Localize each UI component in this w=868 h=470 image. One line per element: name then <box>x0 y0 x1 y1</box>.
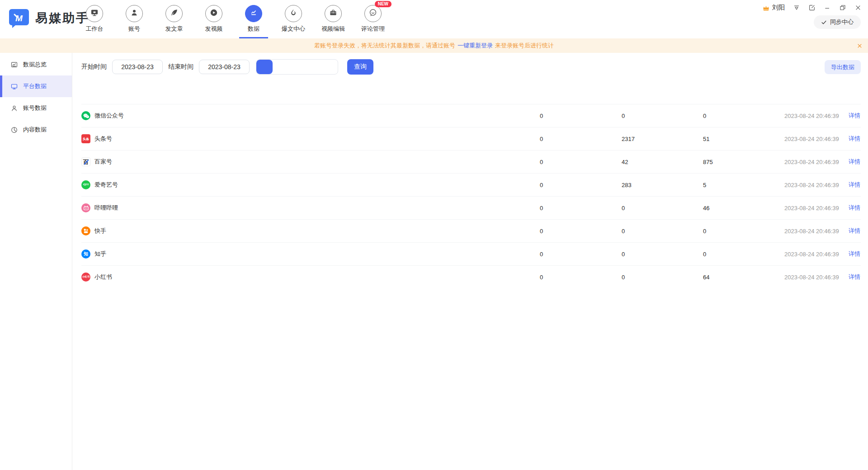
start-time-label: 开始时间 <box>81 63 107 71</box>
income-value: 0 <box>540 205 622 212</box>
detail-link[interactable]: 详情 <box>849 204 860 211</box>
bilibili-icon <box>81 203 90 212</box>
table-row: 知 知乎 0 0 0 2023-08-24 20:46:39 详情 <box>81 242 861 265</box>
feedback-compose-icon[interactable] <box>808 4 816 12</box>
skin-theme-icon[interactable] <box>793 4 800 12</box>
publish-article-icon <box>170 8 179 19</box>
crown-icon <box>762 4 770 12</box>
platform-data-icon <box>10 83 18 90</box>
start-date-input[interactable]: 2023-08-23 <box>112 60 163 74</box>
quick-range-option[interactable] <box>256 60 273 74</box>
platform-name: 百家号 <box>94 158 112 166</box>
reads-value: 64 <box>703 274 784 281</box>
sync-center-button[interactable]: 同步中心 <box>814 15 861 29</box>
nav-item[interactable]: NEW 评论管理 <box>353 0 393 38</box>
minimize-button[interactable] <box>823 4 831 12</box>
nav-item[interactable]: 发视频 <box>194 0 234 38</box>
nav-item-label: 发文章 <box>165 25 183 33</box>
baijiahao-icon: 百 <box>81 157 90 166</box>
nav-item-label: 数据 <box>248 25 259 33</box>
user-account[interactable]: 刘阳 <box>762 4 785 12</box>
nav-item[interactable]: 视频编辑 <box>313 0 353 38</box>
sidebar-item[interactable]: 内容数据 <box>0 119 72 141</box>
export-data-button[interactable]: 导出数据 <box>825 60 861 74</box>
sidebar-item[interactable]: 账号数据 <box>0 97 72 119</box>
banner-text-before: 若账号登录失效，将无法统计其最新数据，请通过账号 <box>314 42 455 50</box>
table-row: 百 百家号 0 42 875 2023-08-24 20:46:39 详情 <box>81 150 861 173</box>
reads-value: 0 <box>703 251 784 258</box>
detail-link[interactable]: 详情 <box>849 181 860 188</box>
nav-item[interactable]: 爆文中心 <box>274 0 313 38</box>
logo-icon: M <box>8 7 30 29</box>
detail-link[interactable]: 详情 <box>849 250 860 257</box>
video-edit-icon <box>329 8 338 19</box>
updated-time: 2023-08-24 20:46:39 <box>784 159 849 165</box>
table-row: 微信公众号 0 0 0 2023-08-24 20:46:39 详情 <box>81 104 861 127</box>
table-row: 快手 0 0 0 2023-08-24 20:46:39 详情 <box>81 219 861 242</box>
nav-item[interactable]: 数据 <box>234 0 274 38</box>
maximize-restore-button[interactable] <box>839 4 846 12</box>
toutiao-icon: 头条 <box>81 134 90 143</box>
sidebar-item-label: 内容数据 <box>23 126 47 134</box>
quick-range-option[interactable] <box>321 60 338 74</box>
sync-center-label: 同步中心 <box>830 18 854 26</box>
recommend-value: 42 <box>622 159 703 165</box>
data-overview-icon <box>10 61 18 69</box>
data-icon <box>249 8 258 19</box>
username: 刘阳 <box>772 4 785 12</box>
account-data-icon <box>10 104 18 112</box>
banner-close-icon[interactable] <box>857 38 863 53</box>
detail-link[interactable]: 详情 <box>849 227 860 234</box>
table-body: 微信公众号 0 0 0 2023-08-24 20:46:39 详情 头条 头条… <box>81 104 861 288</box>
detail-link[interactable]: 详情 <box>849 112 860 119</box>
reads-value: 875 <box>703 159 784 165</box>
recommend-value: 2317 <box>622 136 703 142</box>
quick-range-option[interactable] <box>273 60 289 74</box>
nav-item[interactable]: 账号 <box>114 0 154 38</box>
sidebar-item[interactable]: 数据总览 <box>0 54 72 75</box>
warning-banner: 若账号登录失效，将无法统计其最新数据，请通过账号 一键重新登录 来登录账号后进行… <box>0 38 868 53</box>
income-value: 0 <box>540 274 622 281</box>
updated-time: 2023-08-24 20:46:39 <box>784 113 849 119</box>
nav-item[interactable]: 发文章 <box>154 0 194 38</box>
quick-range-option[interactable] <box>289 60 305 74</box>
xiaohongshu-icon: 小红书 <box>81 273 90 282</box>
platform-name: 爱奇艺号 <box>94 181 118 189</box>
reads-value: 46 <box>703 205 784 212</box>
relogin-link[interactable]: 一键重新登录 <box>458 42 493 50</box>
wechat-mp-icon <box>81 111 90 120</box>
updated-time: 2023-08-24 20:46:39 <box>784 136 849 142</box>
nav-item-label: 账号 <box>128 25 140 33</box>
detail-link[interactable]: 详情 <box>849 273 860 280</box>
svg-text:M: M <box>15 14 23 23</box>
nav-item[interactable]: 工作台 <box>75 0 114 38</box>
detail-link[interactable]: 详情 <box>849 158 860 165</box>
sidebar-item[interactable]: 平台数据 <box>0 75 72 97</box>
reads-value: 5 <box>703 182 784 188</box>
end-date-input[interactable]: 2023-08-23 <box>199 60 250 74</box>
comment-manage-icon <box>368 8 377 19</box>
income-value: 0 <box>540 113 622 119</box>
filter-bar: 开始时间 2023-08-23 结束时间 2023-08-23 查询 <box>81 59 861 75</box>
close-button[interactable] <box>854 4 862 12</box>
detail-link[interactable]: 详情 <box>849 135 860 142</box>
platform-name: 快手 <box>94 227 106 235</box>
app-header: M 易媒助手 工作台 账号 发文章 <box>0 0 868 38</box>
platform-name: 知乎 <box>94 250 106 258</box>
quick-range-option[interactable] <box>305 60 321 74</box>
recommend-value: 0 <box>622 251 703 258</box>
kuaishou-icon <box>81 226 90 235</box>
platform-name: 微信公众号 <box>94 112 124 120</box>
query-button[interactable]: 查询 <box>347 59 373 75</box>
platform-name: 头条号 <box>94 135 112 143</box>
updated-time: 2023-08-24 20:46:39 <box>784 274 849 281</box>
updated-time: 2023-08-24 20:46:39 <box>784 228 849 235</box>
income-value: 0 <box>540 228 622 235</box>
nav-item-label: 评论管理 <box>361 25 385 33</box>
reads-value: 51 <box>703 136 784 142</box>
reads-value: 0 <box>703 113 784 119</box>
platform-data-table: 微信公众号 0 0 0 2023-08-24 20:46:39 详情 头条 头条… <box>81 89 861 288</box>
main-panel: 开始时间 2023-08-23 结束时间 2023-08-23 查询 导出数据 <box>72 53 868 470</box>
nav-item-label: 视频编辑 <box>321 25 345 33</box>
nav-item-label: 爆文中心 <box>282 25 305 33</box>
